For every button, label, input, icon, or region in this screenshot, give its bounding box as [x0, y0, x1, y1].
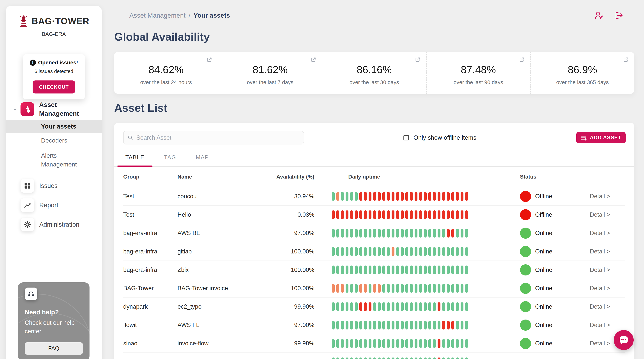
uptime-bar — [350, 339, 353, 348]
daily-uptime-bars — [317, 284, 520, 293]
search-box[interactable] — [123, 131, 304, 144]
uptime-bar — [460, 247, 464, 256]
uptime-bar — [406, 321, 408, 330]
uptime-bar — [410, 339, 413, 348]
sidebar-item-report[interactable]: Report — [6, 198, 102, 212]
uptime-bar — [442, 210, 445, 219]
external-link-icon[interactable] — [207, 57, 212, 62]
uptime-bar — [373, 192, 376, 201]
uptime-bar — [433, 302, 436, 311]
uptime-bar — [360, 321, 362, 330]
cell-availability: 97.00% — [250, 322, 317, 329]
tab-table[interactable]: TABLE — [117, 148, 152, 166]
chat-button[interactable] — [614, 330, 634, 350]
chevron-down-icon[interactable] — [12, 106, 18, 112]
status-dot — [520, 301, 531, 312]
uptime-bar — [392, 192, 394, 201]
status-badge: Offline — [535, 193, 552, 200]
external-link-icon[interactable] — [519, 57, 524, 62]
search-input[interactable] — [136, 134, 300, 141]
external-link-icon[interactable] — [519, 57, 524, 63]
breadcrumb-current: Your assets — [194, 12, 230, 19]
detail-link[interactable]: Detail > — [590, 322, 625, 329]
tab-tag[interactable]: TAG — [156, 148, 184, 166]
uptime-bar — [373, 302, 376, 311]
detail-link[interactable]: Detail > — [590, 267, 625, 273]
table-row: Testcoucou30.94%OfflineDetail > — [123, 187, 625, 206]
sidebar-item-your-assets[interactable]: Your assets — [6, 120, 102, 133]
uptime-bar — [396, 284, 399, 293]
uptime-bar — [406, 229, 408, 238]
uptime-bar — [424, 266, 427, 274]
uptime-bar — [433, 266, 436, 274]
external-link-icon[interactable] — [207, 57, 212, 63]
uptime-bar — [355, 302, 358, 311]
offline-filter-checkbox[interactable] — [404, 135, 409, 140]
uptime-bar — [355, 247, 358, 256]
sidebar-item-administration[interactable]: Administration — [6, 218, 102, 231]
daily-uptime-bars — [317, 321, 520, 330]
uptime-bar — [401, 339, 404, 348]
tab-map[interactable]: MAP — [188, 148, 217, 166]
external-link-icon[interactable] — [415, 57, 420, 62]
uptime-bar — [364, 266, 367, 274]
logout-icon[interactable] — [614, 11, 624, 20]
sidebar-item-alerts-management[interactable]: Alerts Management — [6, 148, 90, 172]
detail-link[interactable]: Detail > — [590, 248, 625, 255]
status-cell: Online — [520, 283, 590, 294]
external-link-icon[interactable] — [415, 57, 420, 63]
logo[interactable]: BAG·TOWER — [6, 15, 102, 27]
uptime-bar — [465, 192, 468, 201]
uptime-bar — [373, 358, 376, 359]
cell-availability: 99.90% — [250, 303, 317, 310]
uptime-bar — [336, 358, 339, 359]
uptime-bar — [350, 358, 353, 359]
uptime-bar — [465, 358, 468, 359]
uptime-bar — [433, 339, 436, 348]
uptime-bar — [428, 358, 431, 359]
status-badge: Online — [535, 285, 552, 292]
uptime-bar — [465, 229, 468, 238]
uptime-bar — [387, 284, 390, 293]
faq-button[interactable]: FAQ — [25, 342, 83, 355]
daily-uptime-bars — [317, 210, 520, 219]
detail-link[interactable]: Detail > — [590, 303, 625, 310]
uptime-bar — [387, 229, 390, 238]
uptime-bar — [447, 266, 450, 274]
external-link-icon[interactable] — [311, 57, 316, 62]
uptime-bar — [452, 284, 454, 293]
breadcrumb-parent[interactable]: Asset Management — [130, 12, 186, 19]
daily-uptime-bars — [317, 358, 520, 359]
user-edit-icon[interactable] — [594, 11, 604, 20]
column-header-daily-uptime: Daily uptime — [317, 174, 520, 180]
external-link-icon[interactable] — [623, 57, 628, 63]
sidebar-item-asset-management[interactable]: Asset Management — [6, 100, 102, 118]
uptime-bar — [382, 210, 385, 219]
sidebar-item-issues[interactable]: Issues — [6, 179, 102, 193]
uptime-bar — [410, 266, 413, 274]
sidebar-item-decoders[interactable]: Decoders — [6, 133, 102, 148]
stat-label: over the last 90 days — [427, 79, 530, 85]
uptime-bar — [387, 266, 390, 274]
detail-link[interactable]: Detail > — [590, 211, 625, 218]
detail-link[interactable]: Detail > — [590, 193, 625, 200]
uptime-bar — [419, 266, 422, 274]
uptime-bar — [424, 247, 427, 256]
detail-link[interactable]: Detail > — [590, 230, 625, 237]
detail-link[interactable]: Detail > — [590, 285, 625, 292]
uptime-bar — [346, 321, 348, 330]
uptime-bar — [341, 192, 344, 201]
cell-group: bag-era-infra — [123, 248, 178, 255]
add-asset-button[interactable]: ADD ASSET — [576, 132, 626, 143]
uptime-bar — [364, 192, 367, 201]
external-link-icon[interactable] — [311, 57, 316, 63]
uptime-bar — [364, 339, 367, 348]
table-row: bag-era-infragitlab100.00%OnlineDetail > — [123, 242, 625, 261]
warning-icon: ! — [30, 59, 36, 66]
checkout-button[interactable]: CHECKOUT — [32, 80, 75, 93]
uptime-bar — [442, 229, 445, 238]
uptime-bar — [396, 358, 399, 359]
uptime-bar — [392, 229, 394, 238]
external-link-icon[interactable] — [623, 57, 628, 62]
uptime-bar — [387, 358, 390, 359]
